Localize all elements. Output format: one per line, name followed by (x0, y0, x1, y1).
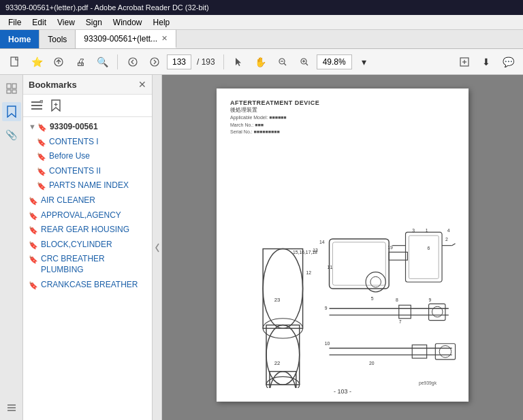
bm-item-contents1[interactable]: 🔖 CONTENTS I (23, 135, 152, 150)
bm-options-icon (31, 100, 43, 111)
prev-page-button[interactable] (123, 52, 142, 71)
pdf-viewer[interactable]: AFTERTREATMENT DEVICE 後処理装置 Applicable M… (162, 75, 523, 420)
bookmarks-close-button[interactable]: ✕ (138, 79, 146, 90)
bm-label-approval: APPROVAL,AGENCY (41, 210, 121, 221)
bm-bookmark-icon4: 🔖 (29, 196, 38, 206)
bm-item-contents2[interactable]: 🔖 CONTENTS II (23, 164, 152, 179)
svg-point-2 (129, 58, 137, 66)
zoom-dropdown-button[interactable]: ▾ (355, 52, 374, 71)
tab-close-icon[interactable]: ✕ (161, 34, 168, 43)
menu-help[interactable]: Help (148, 16, 176, 29)
tab-tools[interactable]: Tools (39, 30, 76, 48)
page-thumbnails-button[interactable] (2, 79, 21, 98)
tab-home[interactable]: Home (0, 30, 39, 48)
bm-label-crankcase: CRANKCASE BREATHER (41, 280, 138, 291)
thumbnails-icon (5, 82, 18, 95)
comment-button[interactable]: 💬 (498, 52, 518, 71)
upload-icon (53, 56, 64, 67)
menu-window[interactable]: Window (108, 16, 148, 29)
svg-rect-20 (7, 404, 16, 406)
bm-options-button[interactable] (29, 97, 45, 114)
bm-label-beforeuse: Before Use (49, 151, 90, 162)
menu-sign[interactable]: Sign (80, 16, 108, 29)
svg-text:6: 6 (428, 246, 430, 251)
toolbar-sep1 (117, 54, 118, 69)
svg-rect-17 (7, 90, 11, 93)
hand-tool-button[interactable]: ✋ (251, 52, 270, 71)
bm-item-crankcase[interactable]: 🔖 CRANKCASE BREATHER (23, 278, 152, 293)
bm-item-approval[interactable]: 🔖 APPROVAL,AGENCY (23, 208, 152, 223)
svg-text:20: 20 (369, 361, 375, 366)
bm-bookmark-icon: 🔖 (37, 152, 46, 161)
bookmark-star-button[interactable]: ⭐ (27, 52, 46, 71)
panel-collapse-handle[interactable] (153, 75, 162, 420)
bm-add-button[interactable] (48, 97, 64, 114)
zoom-input[interactable] (317, 54, 352, 69)
bm-label-partsname: PARTS NAME INDEX (49, 180, 129, 191)
menu-edit[interactable]: Edit (27, 16, 52, 29)
print-button[interactable]: 🖨 (71, 52, 90, 71)
zoom-out-button[interactable] (273, 52, 292, 71)
svg-text:8: 8 (396, 297, 398, 302)
zoom-in-button[interactable] (295, 52, 314, 71)
bookmarks-header: Bookmarks ✕ (23, 75, 152, 95)
download-button[interactable]: ⬇ (477, 52, 496, 71)
svg-text:3: 3 (412, 228, 415, 233)
svg-text:9: 9 (429, 297, 432, 302)
bm-item-crc[interactable]: 🔖 CRC BREATHER PLUMBING (23, 252, 152, 277)
fit-page-button[interactable] (455, 52, 474, 71)
next-page-button[interactable] (145, 52, 164, 71)
bm-item-reargear[interactable]: 🔖 REAR GEAR HOUSING (23, 223, 152, 238)
menu-view[interactable]: View (52, 16, 80, 29)
bm-bookmark-icon7: 🔖 (29, 240, 38, 250)
svg-rect-24 (31, 105, 42, 106)
bookmarks-panel: Bookmarks ✕ (23, 75, 153, 420)
svg-text:1: 1 (426, 228, 428, 233)
svg-line-55 (452, 244, 456, 246)
svg-rect-52 (409, 236, 439, 278)
title-text: 93309-00561+(letter).pdf - Adobe Acrobat… (5, 3, 518, 12)
svg-point-75 (439, 346, 451, 358)
applicable-model: Applicable Model: ■■■■■■ (230, 114, 287, 122)
bm-item-block[interactable]: 🔖 BLOCK,CYLINDER (23, 238, 152, 253)
tab-doc[interactable]: 93309-00561+(lett... ✕ (76, 30, 176, 48)
svg-text:11: 11 (328, 265, 333, 270)
new-button[interactable] (5, 52, 25, 71)
bm-item-partsname[interactable]: 🔖 PARTS NAME INDEX (23, 178, 152, 193)
bm-bookmark-icon3: 🔖 (37, 181, 46, 191)
tab-tools-label: Tools (48, 35, 67, 44)
bm-bookmark-icon2: 🔖 (37, 167, 46, 176)
svg-marker-4 (236, 58, 241, 66)
svg-text:7: 7 (399, 319, 402, 324)
menu-file[interactable]: File (3, 16, 27, 29)
upload-button[interactable] (49, 52, 68, 71)
attachments-button[interactable]: 📎 (2, 125, 21, 144)
search-button[interactable]: 🔍 (93, 52, 112, 71)
cursor-icon (234, 57, 244, 67)
svg-point-30 (263, 249, 302, 329)
svg-rect-18 (12, 90, 16, 93)
svg-rect-61 (389, 252, 407, 260)
bm-label-contents2: CONTENTS II (49, 166, 101, 177)
svg-text:9: 9 (325, 306, 328, 310)
left-panel: 📎 (0, 75, 23, 420)
svg-text:2: 2 (445, 237, 448, 242)
layers-button[interactable] (2, 397, 21, 416)
bm-expand-icon: ▼ (29, 122, 36, 131)
bookmarks-icon (6, 106, 17, 118)
svg-point-44 (370, 276, 381, 287)
layers-icon (6, 401, 17, 412)
bm-item-root[interactable]: ▼ 🔖 93309-00561 (23, 120, 152, 135)
bm-item-beforeuse[interactable]: 🔖 Before Use (23, 149, 152, 164)
bookmarks-list[interactable]: ▼ 🔖 93309-00561 🔖 CONTENTS I 🔖 Before Us… (23, 117, 152, 420)
bookmarks-button[interactable] (2, 102, 21, 121)
svg-text:12: 12 (306, 270, 311, 275)
main-layout: 📎 Bookmarks ✕ (0, 75, 523, 420)
bm-item-aircleaner[interactable]: 🔖 AIR CLEANER (23, 193, 152, 208)
cursor-tool-button[interactable] (229, 52, 249, 71)
bookmarks-title: Bookmarks (29, 80, 77, 90)
svg-text:23: 23 (274, 297, 281, 303)
zoom-out-icon (278, 57, 287, 67)
page-number-input[interactable] (167, 54, 191, 69)
svg-point-34 (266, 325, 300, 385)
